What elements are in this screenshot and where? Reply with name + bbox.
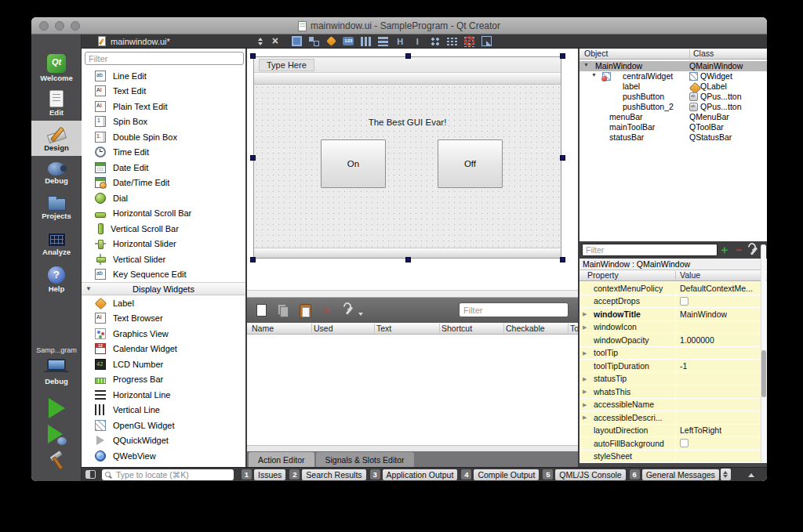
mode-item-design[interactable]: Design <box>31 121 82 156</box>
property-row[interactable]: ▶windowIcon <box>580 321 767 334</box>
widget-item[interactable]: LCD Number <box>82 356 245 372</box>
property-value-cell[interactable]: -1 <box>675 360 767 372</box>
output-pane-issues[interactable]: 1Issues <box>242 469 285 480</box>
object-tree-row[interactable]: statusBarQStatusBar <box>580 132 767 143</box>
property-value-cell[interactable] <box>675 347 767 360</box>
widget-item[interactable]: Calendar Widget <box>82 342 245 357</box>
expand-arrow-icon[interactable]: ▶ <box>583 389 587 395</box>
output-pane-search-results[interactable]: 2Search Results <box>289 469 365 480</box>
action-column-header[interactable]: Shortcut <box>441 324 472 333</box>
widget-item[interactable]: Horizontal Line <box>82 387 245 403</box>
property-row[interactable]: ▶accessibleDescri... <box>580 411 767 424</box>
locator-field[interactable]: Type to locate (⌘K) <box>102 469 234 480</box>
widget-filter-input[interactable] <box>85 52 244 65</box>
property-row[interactable]: acceptDrops <box>580 295 767 308</box>
property-value-cell[interactable] <box>675 385 767 398</box>
widget-item[interactable]: Horizontal Slider <box>82 237 245 252</box>
property-row[interactable]: styleSheet <box>580 451 767 463</box>
property-value-cell[interactable] <box>675 399 767 411</box>
widget-item[interactable]: Vertical Scroll Bar <box>82 221 245 237</box>
mode-item-welcome[interactable]: Welcome <box>31 50 82 85</box>
column-separator[interactable] <box>675 271 676 280</box>
property-row[interactable]: windowOpacity1.000000 <box>580 334 767 346</box>
output-pane-compile-output[interactable]: 4Compile Output <box>461 469 539 480</box>
class-column-header[interactable]: Class <box>693 49 714 58</box>
expand-arrow-icon[interactable]: ▶ <box>583 414 587 421</box>
paste-action-icon[interactable] <box>297 302 313 318</box>
action-filter-input[interactable] <box>459 302 569 317</box>
splitter-horizontal-icon[interactable] <box>394 36 406 47</box>
kit-selector-icon[interactable] <box>47 359 66 371</box>
value-column-header[interactable]: Value <box>680 270 700 280</box>
property-value-cell[interactable] <box>675 411 767 424</box>
property-row[interactable]: autoFillBackground <box>580 437 767 450</box>
widget-item[interactable]: Key Sequence Edit <box>82 267 245 283</box>
scroll-up-caret-icon[interactable] <box>748 473 754 477</box>
wrench-icon[interactable] <box>341 302 357 318</box>
splitter-vertical-icon[interactable] <box>412 36 423 47</box>
output-pane-stepper[interactable] <box>721 469 731 480</box>
widget-item[interactable]: Text Browser <box>82 311 245 327</box>
edit-signals-slots-icon[interactable] <box>308 36 320 47</box>
property-row[interactable]: layoutDirectionLeftToRight <box>580 425 767 437</box>
object-tree-row[interactable]: ▼centralWidgetQWidget <box>580 71 767 81</box>
edit-tab-order-icon[interactable] <box>343 36 354 47</box>
selection-handle[interactable] <box>560 53 565 59</box>
expander-icon[interactable]: ▼ <box>583 62 589 67</box>
build-button[interactable] <box>46 451 67 469</box>
widget-item[interactable]: Spin Box <box>82 114 245 130</box>
form-on-button[interactable]: On <box>321 139 386 188</box>
action-column-header[interactable]: Checkable <box>506 324 545 333</box>
widget-item[interactable]: Graphics View <box>82 326 245 342</box>
widget-item[interactable]: Progress Bar <box>82 372 245 388</box>
action-column-header[interactable]: Text <box>376 324 391 333</box>
widget-item[interactable]: Vertical Line <box>82 403 245 418</box>
selection-handle[interactable] <box>250 155 256 161</box>
action-column-header[interactable]: Name <box>252 324 274 333</box>
object-tree-row[interactable]: menuBarQMenuBar <box>580 112 767 122</box>
mode-item-edit[interactable]: Edit <box>31 85 82 121</box>
property-value-cell[interactable]: MainWindow <box>675 308 767 320</box>
remove-property-button[interactable] <box>732 243 746 257</box>
widget-section-display-widgets[interactable]: ▼Display Widgets <box>82 282 245 295</box>
new-action-icon[interactable] <box>253 302 269 318</box>
adjust-size-icon[interactable] <box>481 36 492 47</box>
tab-action-editor[interactable]: Action Editor <box>249 452 314 467</box>
property-value-cell[interactable]: 1.000000 <box>675 334 767 346</box>
break-layout-icon[interactable] <box>463 36 475 47</box>
action-table-body[interactable] <box>247 335 578 445</box>
property-column-header[interactable]: Property <box>587 270 619 280</box>
action-column-header[interactable]: Used <box>314 324 333 333</box>
selection-handle[interactable] <box>405 53 411 59</box>
menu-type-here[interactable]: Type Here <box>259 59 314 71</box>
property-checkbox[interactable] <box>680 439 689 447</box>
output-pane-application-output[interactable]: 3Application Output <box>370 469 458 480</box>
expand-arrow-icon[interactable]: ▶ <box>583 402 587 408</box>
widget-item[interactable]: Text Edit <box>82 84 245 100</box>
layout-horizontal-icon[interactable] <box>360 36 372 47</box>
expander-icon[interactable]: ▼ <box>591 72 597 78</box>
output-pane-qml-js-console[interactable]: 5QML/JS Console <box>543 469 625 480</box>
selection-handle[interactable] <box>560 155 565 161</box>
action-table-scrollbar[interactable] <box>247 445 578 451</box>
property-row[interactable]: ▶whatsThis <box>580 385 767 398</box>
property-row[interactable]: ▶statusTip <box>580 373 767 385</box>
close-document-icon[interactable] <box>271 36 282 47</box>
property-value-cell[interactable] <box>675 321 767 334</box>
widget-item[interactable]: QWebView <box>82 448 245 464</box>
column-separator[interactable] <box>689 49 690 58</box>
selection-handle[interactable] <box>405 257 411 262</box>
expand-arrow-icon[interactable]: ▶ <box>583 324 587 331</box>
document-stepper-icon[interactable] <box>256 37 264 46</box>
property-row[interactable]: ▶accessibleName <box>580 399 767 411</box>
expand-arrow-icon[interactable]: ▶ <box>583 311 587 317</box>
widget-item[interactable]: Horizontal Scroll Bar <box>82 206 245 222</box>
widget-item[interactable]: Time Edit <box>82 145 245 161</box>
object-tree-row[interactable]: ▼MainWindowQMainWindow <box>580 61 767 71</box>
debug-run-button[interactable] <box>46 425 67 445</box>
property-row[interactable]: ▶toolTip <box>580 347 767 360</box>
edit-buddies-icon[interactable] <box>325 36 337 47</box>
mode-item-debug[interactable]: Debug <box>31 156 82 191</box>
property-scrollbar[interactable] <box>761 244 766 463</box>
selection-handle[interactable] <box>560 257 565 262</box>
